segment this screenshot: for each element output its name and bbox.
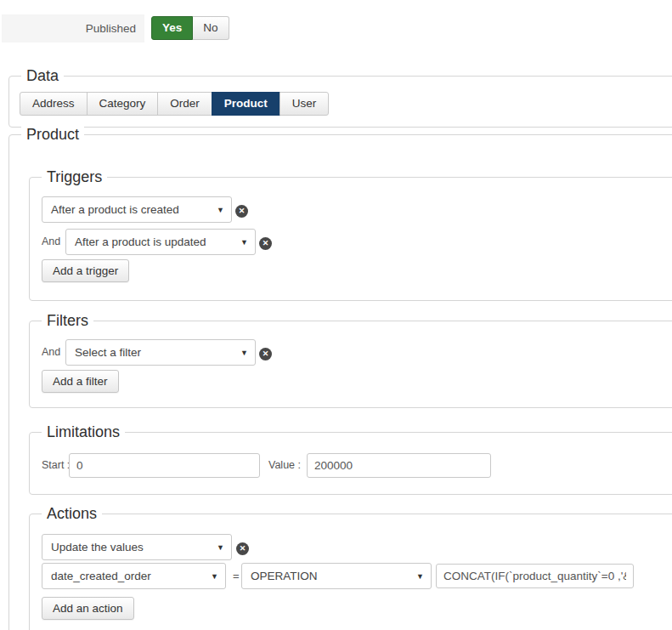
dropdown-caret-icon: ▼ bbox=[217, 206, 224, 214]
tab-product[interactable]: Product bbox=[212, 92, 280, 116]
action-type-select[interactable]: Update the values ▼ bbox=[42, 534, 232, 560]
expression-input[interactable] bbox=[436, 564, 634, 588]
triggers-legend: Triggers bbox=[42, 167, 107, 186]
tab-category[interactable]: Category bbox=[87, 92, 159, 116]
operation-select-value: OPERATION bbox=[251, 570, 318, 582]
trigger-and-label: And bbox=[42, 236, 60, 247]
data-tab-group: Address Category Order Product User bbox=[20, 92, 329, 116]
start-label: Start : bbox=[42, 459, 70, 471]
filter-and-label: And bbox=[42, 346, 60, 358]
triggers-fieldset: Triggers After a product is created ▼ ✕ … bbox=[29, 177, 672, 301]
equals-sign: = bbox=[233, 570, 240, 582]
limitations-legend: Limitations bbox=[42, 423, 125, 441]
action-field-select-value: date_created_order bbox=[51, 570, 151, 582]
add-trigger-button[interactable]: Add a trigger bbox=[42, 259, 129, 282]
trigger-select-2-value: After a product is updated bbox=[75, 236, 206, 248]
dropdown-caret-icon: ▼ bbox=[240, 238, 248, 247]
published-no-button[interactable]: No bbox=[193, 16, 229, 40]
filters-fieldset: Filters And Select a filter ▼ ✕ Add a fi… bbox=[29, 321, 672, 408]
actions-legend: Actions bbox=[42, 504, 102, 523]
data-fieldset: Data Address Category Order Product User bbox=[8, 76, 672, 128]
dropdown-caret-icon: ▼ bbox=[416, 572, 424, 581]
product-legend: Product bbox=[21, 125, 84, 144]
filter-select-value: Select a filter bbox=[75, 346, 141, 359]
start-input[interactable] bbox=[69, 453, 260, 478]
filter-select[interactable]: Select a filter ▼ bbox=[65, 339, 256, 366]
filters-legend: Filters bbox=[42, 311, 93, 330]
dropdown-caret-icon: ▼ bbox=[211, 572, 218, 581]
action-field-select[interactable]: date_created_order ▼ bbox=[42, 563, 226, 589]
limitations-fieldset: Limitations Start : Value : bbox=[29, 432, 672, 495]
tab-user[interactable]: User bbox=[280, 92, 330, 116]
published-toggle: Yes No bbox=[151, 16, 229, 40]
add-action-button[interactable]: Add an action bbox=[42, 597, 134, 620]
trigger-remove-icon-2[interactable]: ✕ bbox=[259, 237, 272, 250]
trigger-select-1-value: After a product is created bbox=[51, 203, 179, 216]
data-legend: Data bbox=[21, 66, 64, 85]
tab-order[interactable]: Order bbox=[157, 92, 212, 116]
action-type-select-value: Update the values bbox=[51, 541, 144, 553]
action-remove-icon[interactable]: ✕ bbox=[236, 542, 249, 555]
operation-select[interactable]: OPERATION ▼ bbox=[241, 563, 432, 589]
trigger-remove-icon-1[interactable]: ✕ bbox=[235, 205, 248, 218]
trigger-select-2[interactable]: After a product is updated ▼ bbox=[65, 229, 256, 255]
value-label: Value : bbox=[268, 459, 301, 471]
trigger-select-1[interactable]: After a product is created ▼ bbox=[42, 196, 232, 223]
published-label: Published bbox=[2, 14, 144, 43]
dropdown-caret-icon: ▼ bbox=[217, 543, 224, 552]
filter-remove-icon[interactable]: ✕ bbox=[259, 348, 272, 360]
dropdown-caret-icon: ▼ bbox=[240, 349, 248, 357]
tab-address[interactable]: Address bbox=[20, 92, 88, 116]
add-filter-button[interactable]: Add a filter bbox=[42, 370, 119, 393]
value-input[interactable] bbox=[307, 453, 491, 478]
published-yes-button[interactable]: Yes bbox=[151, 16, 193, 40]
actions-fieldset: Actions Update the values ▼ ✕ date_creat… bbox=[29, 514, 672, 630]
